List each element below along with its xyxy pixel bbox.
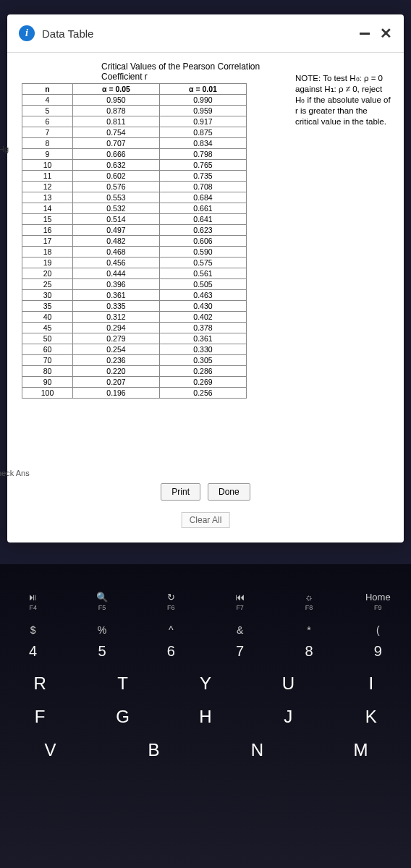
- table-row: 40.9500.990: [22, 95, 247, 106]
- table-cell: 0.402: [160, 312, 247, 323]
- letter-key: H: [180, 707, 231, 727]
- done-button[interactable]: Done: [208, 483, 250, 501]
- table-cell: 0.959: [160, 106, 247, 116]
- check-answer-partial: heck Ans: [0, 469, 30, 477]
- table-cell: 0.444: [73, 268, 160, 279]
- column-header: α = 0.05: [73, 84, 160, 95]
- table-row: 500.2790.361: [22, 333, 247, 344]
- table-cell: 0.878: [73, 106, 160, 116]
- table-cell: 9: [22, 149, 73, 160]
- table-cell: 0.312: [73, 312, 160, 323]
- table-cell: 60: [22, 344, 73, 355]
- content-area: Critical Values of the Pearson Correlati…: [7, 53, 404, 501]
- table-cell: 0.754: [73, 127, 160, 138]
- note-text: NOTE: To test H₀: ρ = 0 against H₁: ρ ≠ …: [295, 60, 397, 494]
- table-row: 150.5140.641: [22, 214, 247, 225]
- titlebar: i Data Table ✕: [7, 14, 404, 53]
- table-cell: 35: [22, 301, 73, 312]
- table-row: 60.8110.917: [22, 116, 247, 127]
- letter-key: R: [14, 673, 65, 694]
- table-row: 140.5320.661: [22, 203, 247, 214]
- table-cell: 0.286: [160, 366, 247, 377]
- table-cell: 0.254: [73, 344, 160, 355]
- letter-key: T: [98, 673, 148, 694]
- table-row: 350.3350.430: [22, 301, 247, 312]
- table-cell: 0.279: [73, 333, 160, 344]
- clear-all-button[interactable]: Clear All: [182, 512, 230, 528]
- table-cell: 0.335: [73, 301, 160, 312]
- table-cell: 0.666: [73, 149, 160, 160]
- table-cell: 0.207: [73, 377, 160, 388]
- table-cell: 0.196: [73, 388, 160, 399]
- close-icon[interactable]: ✕: [380, 25, 392, 42]
- table-row: 450.2940.378: [22, 323, 247, 333]
- table-row: 70.7540.875: [22, 127, 247, 138]
- table-cell: 0.684: [160, 192, 247, 203]
- table-cell: 0.456: [73, 258, 160, 268]
- table-title: Critical Values of the Pearson Correlati…: [7, 60, 291, 83]
- function-key: ⏯F4: [15, 592, 51, 611]
- partial-text-left: Hg: [0, 145, 9, 153]
- number-key: (9: [356, 624, 399, 660]
- table-cell: 0.561: [160, 268, 247, 279]
- table-cell: 0.532: [73, 203, 160, 214]
- letter-key: B: [129, 740, 179, 760]
- info-icon: i: [19, 25, 35, 41]
- table-cell: 0.798: [160, 149, 247, 160]
- table-row: 50.8780.959: [22, 106, 247, 116]
- print-button[interactable]: Print: [161, 483, 200, 501]
- table-cell: 0.735: [160, 171, 247, 182]
- table-cell: 0.361: [160, 333, 247, 344]
- function-key: ↻F6: [153, 592, 189, 611]
- table-cell: 0.482: [73, 236, 160, 247]
- table-row: 80.7070.834: [22, 138, 247, 149]
- table-cell: 16: [22, 225, 73, 236]
- data-table-window: i Data Table ✕ Critical Values of the Pe…: [7, 14, 404, 542]
- table-cell: 0.236: [73, 355, 160, 366]
- minimize-icon[interactable]: [360, 33, 370, 35]
- table-row: 90.6660.798: [22, 149, 247, 160]
- table-row: 190.4560.575: [22, 258, 247, 268]
- letter-key: G: [98, 707, 148, 727]
- function-key: ⏮F7: [222, 592, 258, 611]
- table-cell: 10: [22, 160, 73, 171]
- table-cell: 100: [22, 388, 73, 399]
- table-cell: 45: [22, 323, 73, 333]
- table-cell: 0.990: [160, 95, 247, 106]
- table-cell: 0.576: [73, 182, 160, 192]
- table-cell: 90: [22, 377, 73, 388]
- table-cell: 11: [22, 171, 73, 182]
- table-cell: 15: [22, 214, 73, 225]
- letter-key: M: [336, 740, 386, 760]
- table-cell: 0.590: [160, 247, 247, 258]
- letter-key: V: [25, 740, 76, 760]
- table-cell: 19: [22, 258, 73, 268]
- letter-key: Y: [180, 673, 231, 694]
- table-row: 250.3960.505: [22, 279, 247, 290]
- column-header: n: [22, 84, 73, 95]
- table-row: 180.4680.590: [22, 247, 247, 258]
- function-key: HomeF9: [360, 592, 396, 611]
- letter-key: N: [232, 740, 283, 760]
- table-row: 600.2540.330: [22, 344, 247, 355]
- table-cell: 20: [22, 268, 73, 279]
- table-cell: 25: [22, 279, 73, 290]
- table-row: 120.5760.708: [22, 182, 247, 192]
- table-row: 400.3120.402: [22, 312, 247, 323]
- table-cell: 0.514: [73, 214, 160, 225]
- table-cell: 0.553: [73, 192, 160, 203]
- table-cell: 0.606: [160, 236, 247, 247]
- table-cell: 50: [22, 333, 73, 344]
- table-cell: 0.811: [73, 116, 160, 127]
- table-row: 300.3610.463: [22, 290, 247, 301]
- number-key: ^6: [149, 624, 192, 660]
- table-cell: 0.765: [160, 160, 247, 171]
- table-cell: 70: [22, 355, 73, 366]
- table-cell: 0.623: [160, 225, 247, 236]
- table-cell: 0.256: [160, 388, 247, 399]
- table-cell: 0.707: [73, 138, 160, 149]
- table-cell: 0.708: [160, 182, 247, 192]
- table-cell: 0.463: [160, 290, 247, 301]
- window-title: Data Table: [42, 27, 93, 40]
- table-cell: 40: [22, 312, 73, 323]
